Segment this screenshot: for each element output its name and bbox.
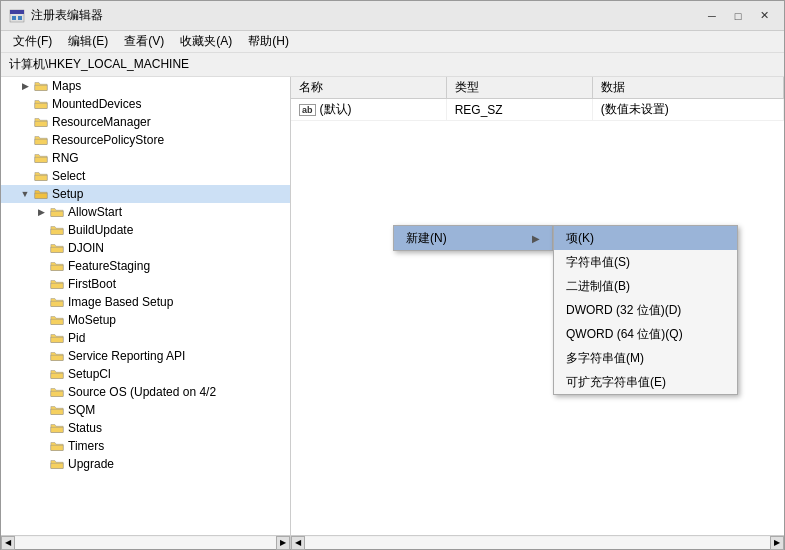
title-bar: 注册表编辑器 ─ □ ✕ — [1, 1, 784, 31]
tree-toggle-sourceos[interactable] — [33, 384, 49, 400]
svg-rect-22 — [51, 409, 63, 414]
tree-toggle-status[interactable] — [33, 420, 49, 436]
tree-item-firstboot[interactable]: FirstBoot — [1, 275, 290, 293]
tree-toggle-maps[interactable]: ▶ — [17, 78, 33, 94]
tree-item-djoin[interactable]: DJOIN — [1, 239, 290, 257]
tree-item-resourcemanager[interactable]: ResourceManager — [1, 113, 290, 131]
scroll-right-btn2[interactable]: ▶ — [770, 536, 784, 550]
right-panel: 名称 类型 数据 ab(默认)REG_SZ(数值未设置) 新建(N) ▶ — [291, 77, 784, 535]
svg-rect-3 — [18, 16, 22, 20]
tree-toggle-resourcemanager[interactable] — [17, 114, 33, 130]
tree-item-allowstart[interactable]: ▶ AllowStart — [1, 203, 290, 221]
tree-item-status[interactable]: Status — [1, 419, 290, 437]
cell-type: REG_SZ — [446, 99, 592, 121]
submenu-item-multistring[interactable]: 多字符串值(M) — [554, 346, 737, 370]
menu-item-a[interactable]: 收藏夹(A) — [172, 31, 240, 52]
svg-rect-8 — [35, 157, 47, 162]
tree-toggle-setupcl[interactable] — [33, 366, 49, 382]
menu-item-v[interactable]: 查看(V) — [116, 31, 172, 52]
tree-toggle-buildupdate[interactable] — [33, 222, 49, 238]
tree-item-rng[interactable]: RNG — [1, 149, 290, 167]
context-menu[interactable]: 新建(N) ▶ — [393, 225, 553, 251]
minimize-button[interactable]: ─ — [700, 6, 724, 26]
tree-item-servicereporting[interactable]: Service Reporting API — [1, 347, 290, 365]
maximize-button[interactable]: □ — [726, 6, 750, 26]
svg-rect-13 — [51, 247, 63, 252]
tree-toggle-mosetup[interactable] — [33, 312, 49, 328]
scroll-right-btn[interactable]: ▶ — [276, 536, 290, 550]
tree-label-pid: Pid — [68, 331, 85, 345]
folder-icon-resourcemanager — [33, 115, 49, 129]
tree-label-djoin: DJOIN — [68, 241, 104, 255]
tree-item-sourceos[interactable]: Source OS (Updated on 4/2 — [1, 383, 290, 401]
tree-label-buildupdate: BuildUpdate — [68, 223, 133, 237]
folder-icon-allowstart — [49, 205, 65, 219]
tree-toggle-pid[interactable] — [33, 330, 49, 346]
tree-toggle-mounteddevices[interactable] — [17, 96, 33, 112]
title-bar-left: 注册表编辑器 — [9, 7, 103, 24]
tree-toggle-imagebasedsetup[interactable] — [33, 294, 49, 310]
tree-item-buildupdate[interactable]: BuildUpdate — [1, 221, 290, 239]
tree-toggle-setup[interactable]: ▼ — [17, 186, 33, 202]
tree-label-sourceos: Source OS (Updated on 4/2 — [68, 385, 216, 399]
submenu-item-expandstring[interactable]: 可扩充字符串值(E) — [554, 370, 737, 394]
submenu-item-binary[interactable]: 二进制值(B) — [554, 274, 737, 298]
tree-toggle-rng[interactable] — [17, 150, 33, 166]
submenu-item-string[interactable]: 字符串值(S) — [554, 250, 737, 274]
close-button[interactable]: ✕ — [752, 6, 776, 26]
tree-toggle-featurestaging[interactable] — [33, 258, 49, 274]
folder-icon-setupcl — [49, 367, 65, 381]
folder-icon-buildupdate — [49, 223, 65, 237]
submenu[interactable]: 项(K)字符串值(S)二进制值(B)DWORD (32 位值)(D)QWORD … — [553, 225, 738, 395]
scroll-left-btn[interactable]: ◀ — [1, 536, 15, 550]
table-row[interactable]: ab(默认)REG_SZ(数值未设置) — [291, 99, 784, 121]
svg-rect-6 — [35, 121, 47, 126]
tree-toggle-resourcepolicystore[interactable] — [17, 132, 33, 148]
tree-item-setupcl[interactable]: SetupCl — [1, 365, 290, 383]
tree-item-resourcepolicystore[interactable]: ResourcePolicyStore — [1, 131, 290, 149]
svg-rect-5 — [35, 103, 47, 108]
scroll-left-btn2[interactable]: ◀ — [291, 536, 305, 550]
tree-item-mounteddevices[interactable]: MountedDevices — [1, 95, 290, 113]
folder-icon-firstboot — [49, 277, 65, 291]
tree-label-upgrade: Upgrade — [68, 457, 114, 471]
scroll-track-right — [305, 537, 770, 549]
tree-item-pid[interactable]: Pid — [1, 329, 290, 347]
tree-toggle-firstboot[interactable] — [33, 276, 49, 292]
tree-item-timers[interactable]: Timers — [1, 437, 290, 455]
submenu-item-dword[interactable]: DWORD (32 位值)(D) — [554, 298, 737, 322]
tree-panel[interactable]: ▶ Maps MountedDevices ResourceManager Re… — [1, 77, 291, 535]
col-name: 名称 — [291, 77, 446, 99]
tree-item-maps[interactable]: ▶ Maps — [1, 77, 290, 95]
tree-toggle-timers[interactable] — [33, 438, 49, 454]
submenu-item-qword[interactable]: QWORD (64 位值)(Q) — [554, 322, 737, 346]
tree-item-upgrade[interactable]: Upgrade — [1, 455, 290, 473]
tree-toggle-allowstart[interactable]: ▶ — [33, 204, 49, 220]
tree-label-featurestaging: FeatureStaging — [68, 259, 150, 273]
folder-icon-timers — [49, 439, 65, 453]
tree-label-select: Select — [52, 169, 85, 183]
ab-icon: ab — [299, 104, 316, 116]
tree-toggle-djoin[interactable] — [33, 240, 49, 256]
svg-rect-16 — [51, 301, 63, 306]
menu-item-f[interactable]: 文件(F) — [5, 31, 60, 52]
folder-icon-status — [49, 421, 65, 435]
tree-item-featurestaging[interactable]: FeatureStaging — [1, 257, 290, 275]
tree-item-imagebasedsetup[interactable]: Image Based Setup — [1, 293, 290, 311]
tree-item-mosetup[interactable]: MoSetup — [1, 311, 290, 329]
tree-item-sqm[interactable]: SQM — [1, 401, 290, 419]
tree-item-select[interactable]: Select — [1, 167, 290, 185]
menu-item-h[interactable]: 帮助(H) — [240, 31, 297, 52]
svg-rect-11 — [51, 211, 63, 216]
tree-toggle-sqm[interactable] — [33, 402, 49, 418]
menu-item-e[interactable]: 编辑(E) — [60, 31, 116, 52]
tree-toggle-upgrade[interactable] — [33, 456, 49, 472]
tree-toggle-servicereporting[interactable] — [33, 348, 49, 364]
tree-item-setup[interactable]: ▼ Setup — [1, 185, 290, 203]
submenu-item-key[interactable]: 项(K) — [554, 226, 737, 250]
tree-label-rng: RNG — [52, 151, 79, 165]
context-menu-item-new[interactable]: 新建(N) ▶ — [394, 226, 552, 250]
tree-toggle-select[interactable] — [17, 168, 33, 184]
tree-label-sqm: SQM — [68, 403, 95, 417]
cell-name: ab(默认) — [291, 99, 446, 121]
